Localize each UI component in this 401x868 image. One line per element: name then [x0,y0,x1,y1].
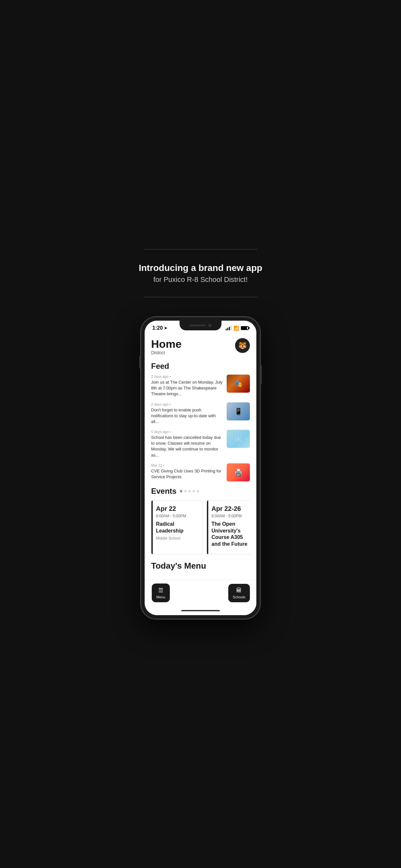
menu-tab-icon: ☰ [158,587,163,594]
events-dot-1 [180,490,182,492]
page-subtitle: District [151,350,181,355]
event-card-1[interactable]: Apr 22 8:00AM - 5:00PM Radical Leadershi… [151,500,203,554]
feed-body-2: Don't forget to enable push notification… [151,407,223,425]
feed-body-3: School has been cancelled today due to s… [151,435,223,458]
signal-bar-2 [227,328,228,330]
feed-body-4: CVE Giving Club Uses 3D Printing for Ser… [151,468,223,480]
menu-section: Today's Menu [151,561,250,571]
feed-section: Feed 2 days ago • Join us at The Center … [151,362,250,482]
event-time-2: 8:00AM - 5:00PM [212,514,250,518]
signal-bars-icon [226,326,232,330]
feed-item-4[interactable]: Mar 12 • CVE Giving Club Uses 3D Printin… [151,463,250,482]
event-time-1: 8:00AM - 5:00PM [156,514,198,518]
battery-icon [241,326,249,330]
events-dot-2 [184,490,187,492]
feed-time-4: Mar 12 • [151,463,223,467]
status-icons: 📶 [226,326,249,331]
promo-header: Introducing a brand new app for Puxico R… [126,243,275,307]
home-bar [181,610,220,611]
feed-text-4: Mar 12 • CVE Giving Club Uses 3D Printin… [151,463,223,480]
avatar[interactable]: 🐯 [235,338,250,353]
tab-bar: ☰ Menu 🏛 Schools [145,580,256,608]
feed-item-3[interactable]: 5 days ago • School has been cancelled t… [151,430,250,458]
events-dot-4 [192,490,195,492]
feed-time-2: 2 days ago • [151,402,223,406]
top-divider [144,249,257,250]
feed-time-1: 2 days ago • [151,375,223,378]
schools-tab-icon: 🏛 [236,587,242,594]
events-dot-3 [188,490,191,492]
home-indicator [145,608,256,615]
feed-thumbnail-theater: 🎭 [227,375,250,393]
event-name-1: Radical Leadership [156,521,198,534]
feed-text-3: 5 days ago • School has been cancelled t… [151,430,223,458]
events-title: Events [151,487,177,496]
feed-thumbnail-kids: 🖨️ [227,463,250,482]
event-name-2: The Open University's Course A305 and th… [212,521,250,548]
schools-tab-button[interactable]: 🏛 Schools [228,584,250,602]
avatar-icon: 🐯 [239,342,247,349]
menu-section-title: Today's Menu [151,561,250,571]
notch-speaker [189,324,206,326]
event-date-1: Apr 22 [156,505,198,513]
event-location-1: Middle School [156,536,198,540]
event-date-2: Apr 22-26 [212,505,250,513]
outer-wrapper: Introducing a brand new app for Puxico R… [120,229,281,639]
feed-item-2[interactable]: 2 days ago • Don't forget to enable push… [151,402,250,425]
status-bar: 1:20 ➤ 📶 [145,321,256,333]
promo-title: Introducing a brand new app [129,262,272,274]
feed-item-1[interactable]: 2 days ago • Join us at The Center on Mo… [151,375,250,397]
feed-text-2: 2 days ago • Don't forget to enable push… [151,402,223,425]
phone-inner: 1:20 ➤ 📶 [145,321,256,615]
events-section: Events Apr 22 8:00AM [151,487,250,554]
tab-item-menu: ☰ Menu [151,584,171,602]
notch [180,321,221,330]
signal-bar-3 [229,327,230,330]
menu-tab-button[interactable]: ☰ Menu [152,584,170,602]
events-dots [180,490,199,492]
signal-bar-1 [226,329,227,330]
feed-section-title: Feed [151,362,250,371]
feed-thumbnail-phone: 📱 [227,402,250,421]
status-time: 1:20 ➤ [152,325,167,331]
wifi-icon: 📶 [234,326,239,331]
events-header: Events [151,487,250,496]
feed-time-3: 5 days ago • [151,430,223,434]
menu-tab-label: Menu [156,595,165,599]
battery-fill [242,327,247,330]
event-card-2[interactable]: Apr 22-26 8:00AM - 5:00PM The Open Unive… [207,500,250,554]
location-arrow-icon: ➤ [164,326,167,330]
page-title: Home [151,338,181,350]
notch-camera [208,324,212,327]
feed-body-1: Join us at The Center on Monday, July 8t… [151,379,223,397]
phone-frame: 1:20 ➤ 📶 [141,317,260,619]
bottom-divider [144,297,257,298]
signal-bar-4 [230,326,232,330]
events-dot-5 [197,490,199,492]
time-display: 1:20 [152,325,163,331]
promo-subtitle: for Puxico R-8 School District! [129,275,272,284]
app-content: Home District 🐯 Feed 2 days ago [145,333,256,580]
app-header: Home District 🐯 [151,338,250,355]
feed-thumbnail-snow: ❄️ [227,430,250,448]
events-scroll: Apr 22 8:00AM - 5:00PM Radical Leadershi… [151,500,250,554]
feed-text-1: 2 days ago • Join us at The Center on Mo… [151,375,223,397]
schools-tab-label: Schools [233,595,245,599]
header-left: Home District [151,338,181,355]
tab-item-schools: 🏛 Schools [228,584,250,602]
